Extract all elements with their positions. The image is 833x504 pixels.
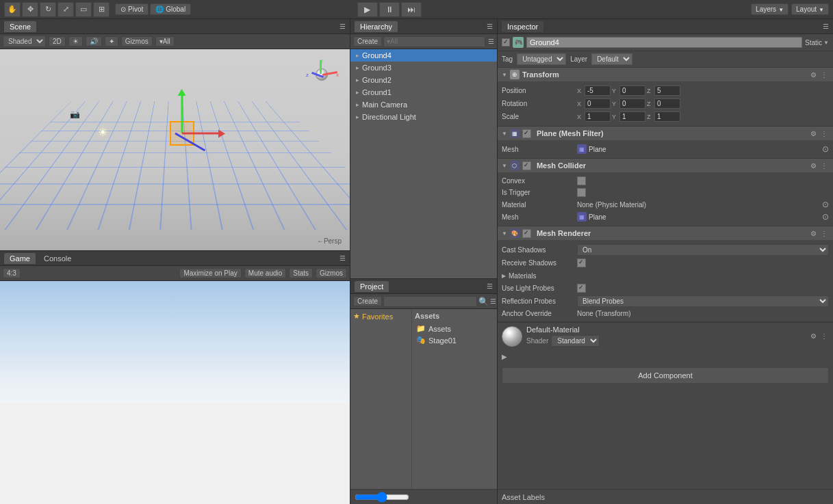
project-options-btn[interactable]: ☰ — [490, 297, 496, 305]
hierarchy-tab[interactable]: Hierarchy — [355, 21, 398, 32]
project-search-icon[interactable]: 🔍 — [478, 297, 489, 306]
assets-folder[interactable]: 📁 Assets — [415, 323, 494, 334]
transform-tool-btn[interactable]: ⊞ — [93, 2, 110, 17]
mf-more-icon[interactable]: ⋮ — [819, 130, 829, 137]
pivot-btn[interactable]: ⊙ Pivot — [115, 3, 149, 15]
lighting-btn[interactable]: ☀ — [68, 36, 83, 47]
rect-tool-btn[interactable]: ▭ — [75, 2, 92, 17]
pause-btn[interactable]: ⏸ — [379, 2, 400, 17]
stage01-asset[interactable]: 🎭 Stage01 — [415, 334, 494, 346]
shader-select[interactable]: Standard — [551, 335, 600, 347]
mc-more-icon[interactable]: ⋮ — [819, 162, 829, 170]
add-component-btn[interactable]: Add Component — [502, 367, 829, 384]
convex-checkbox[interactable] — [577, 176, 586, 185]
transform-more-icon[interactable]: ⋮ — [819, 71, 829, 79]
rot-z-input[interactable] — [654, 98, 680, 109]
inspector-tab[interactable]: Inspector — [502, 21, 543, 32]
mesh-renderer-header[interactable]: ▼ 🎨 Mesh Renderer ⚙ ⋮ — [498, 226, 833, 240]
scale-z-input[interactable] — [654, 111, 680, 122]
rot-x-input[interactable] — [585, 98, 611, 109]
anchor-override-value: None (Transform) — [577, 310, 829, 317]
mc-enabled-checkbox[interactable] — [522, 161, 531, 170]
mute-audio-btn[interactable]: Mute audio — [244, 268, 286, 278]
game-viewport — [0, 281, 350, 504]
global-btn[interactable]: 🌐 Global — [150, 3, 191, 15]
rz-letter: Z — [647, 101, 654, 107]
hierarchy-item-directionallight[interactable]: ▸ Directional Light — [350, 111, 497, 123]
layer-dropdown[interactable]: Default — [591, 53, 632, 65]
hierarchy-search-input[interactable] — [383, 36, 485, 47]
search-scene-btn[interactable]: ▾All — [155, 36, 175, 47]
tag-dropdown[interactable]: Untagged — [517, 53, 566, 65]
stage-icon: 🎭 — [416, 336, 426, 345]
mesh-collider-header[interactable]: ▼ ⬡ Mesh Collider ⚙ ⋮ — [498, 159, 833, 172]
project-search-input[interactable] — [383, 296, 477, 307]
pos-z-input[interactable] — [654, 85, 680, 96]
layers-dropdown[interactable]: Layers — [751, 3, 789, 15]
audio-btn[interactable]: 🔊 — [86, 36, 102, 47]
mf-settings-icon[interactable]: ⚙ — [809, 130, 818, 137]
game-panel-menu[interactable]: ☰ — [339, 254, 346, 262]
game-gizmos-btn[interactable]: Gizmos — [316, 268, 347, 278]
rotate-tool-btn[interactable]: ↻ — [40, 2, 56, 17]
hierarchy-item-ground3[interactable]: ▸ Ground3 — [350, 62, 497, 74]
project-tab[interactable]: Project — [355, 281, 389, 292]
hierarchy-item-ground4[interactable]: ▸ Ground4 — [350, 49, 497, 62]
mr-more-icon[interactable]: ⋮ — [819, 230, 829, 237]
hierarchy-options-btn[interactable]: ☰ — [488, 38, 494, 45]
mesh-filter-header[interactable]: ▼ ▦ Plane (Mesh Filter) ⚙ ⋮ — [498, 127, 833, 140]
pos-x-input[interactable] — [585, 85, 611, 96]
static-dropdown-icon[interactable]: ▼ — [823, 40, 829, 46]
mf-picker-icon[interactable]: ⊙ — [822, 144, 829, 154]
mr-settings-icon[interactable]: ⚙ — [809, 230, 818, 237]
mc-mesh-picker-icon[interactable]: ⊙ — [822, 212, 829, 222]
scene-tab[interactable]: Scene — [4, 21, 36, 32]
move-tool-btn[interactable]: ✥ — [22, 2, 38, 17]
layout-dropdown[interactable]: Layout — [791, 3, 829, 15]
scale-x-input[interactable] — [585, 111, 611, 122]
hierarchy-create-btn[interactable]: Create — [353, 36, 382, 47]
object-active-checkbox[interactable] — [502, 38, 510, 47]
mf-enabled-checkbox[interactable] — [522, 129, 531, 138]
maximize-on-play-btn[interactable]: Maximize on Play — [179, 268, 241, 278]
mr-enabled-checkbox[interactable] — [522, 229, 531, 238]
rot-y-input[interactable] — [619, 98, 645, 109]
material-more-icon[interactable]: ⋮ — [819, 332, 829, 340]
pos-y-input[interactable] — [619, 85, 645, 96]
play-btn[interactable]: ▶ — [357, 2, 378, 17]
receive-shadows-checkbox[interactable] — [577, 258, 586, 267]
object-name-input[interactable] — [526, 37, 802, 48]
scale-y-input[interactable] — [619, 111, 645, 122]
receive-shadows-label: Receive Shadows — [502, 259, 577, 267]
gizmos-btn[interactable]: Gizmos — [121, 36, 153, 47]
aspect-dropdown[interactable]: 4:3 — [3, 268, 21, 278]
mc-settings-icon[interactable]: ⚙ — [809, 162, 818, 170]
hierarchy-item-ground2[interactable]: ▸ Ground2 — [350, 74, 497, 86]
transform-header[interactable]: ▼ ⊕ Transform ⚙ ⋮ — [498, 68, 833, 81]
reflection-probes-select[interactable]: Blend Probes — [577, 295, 829, 307]
cast-shadows-select[interactable]: On — [577, 244, 829, 256]
game-tab[interactable]: Game — [4, 253, 36, 264]
hierarchy-item-ground1[interactable]: ▸ Ground1 — [350, 86, 497, 98]
is-trigger-checkbox[interactable] — [577, 188, 586, 197]
project-create-btn[interactable]: Create — [353, 296, 382, 306]
2d-btn[interactable]: 2D — [49, 36, 66, 47]
tag-layer-row: Tag Untagged Layer Default — [498, 51, 833, 68]
step-btn[interactable]: ⏭ — [401, 2, 422, 17]
scene-panel-menu[interactable]: ☰ — [339, 23, 346, 30]
inspector-panel-menu[interactable]: ☰ — [823, 23, 829, 30]
use-light-probes-checkbox[interactable] — [577, 284, 586, 293]
fx-btn[interactable]: ✦ — [105, 36, 118, 47]
stats-btn[interactable]: Stats — [289, 268, 313, 278]
scale-tool-btn[interactable]: ⤢ — [57, 2, 74, 17]
hierarchy-panel-menu[interactable]: ☰ — [487, 23, 493, 30]
console-tab[interactable]: Console — [38, 253, 77, 264]
asset-size-slider[interactable] — [355, 492, 409, 503]
material-settings-icon[interactable]: ⚙ — [809, 332, 818, 340]
hand-tool-btn[interactable]: ✋ — [4, 2, 21, 17]
hierarchy-item-maincamera[interactable]: ▸ Main Camera — [350, 98, 497, 111]
shaded-dropdown[interactable]: Shaded — [3, 36, 46, 47]
mc-material-picker-icon[interactable]: ⊙ — [822, 200, 829, 209]
project-panel-menu[interactable]: ☰ — [487, 282, 493, 290]
transform-settings-icon[interactable]: ⚙ — [809, 71, 818, 79]
